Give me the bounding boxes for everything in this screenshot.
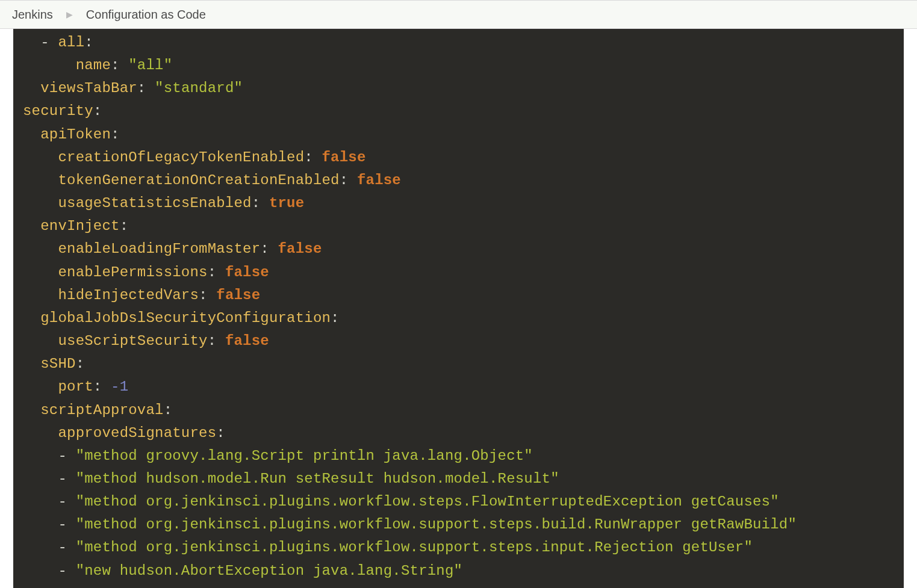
yaml-string: "method org.jenkinsci.plugins.workflow.s… xyxy=(76,494,779,510)
yaml-key: security xyxy=(23,103,93,119)
yaml-key: apiToken xyxy=(40,126,111,143)
yaml-key: globalJobDslSecurityConfiguration xyxy=(40,310,331,326)
yaml-string: "all" xyxy=(128,57,172,73)
yaml-key: creationOfLegacyTokenEnabled xyxy=(58,149,304,166)
yaml-bool: false xyxy=(357,172,401,188)
yaml-bool: false xyxy=(322,149,366,166)
yaml-bool: false xyxy=(278,241,322,257)
yaml-key: enableLoadingFromMaster xyxy=(58,241,260,257)
breadcrumb-item-jenkins[interactable]: Jenkins xyxy=(12,8,53,22)
yaml-bool: true xyxy=(269,195,304,211)
yaml-key: useScriptSecurity xyxy=(58,333,207,349)
yaml-number: -1 xyxy=(111,379,128,395)
yaml-bool: false xyxy=(225,264,269,280)
breadcrumb: Jenkins ▶ Configuration as Code xyxy=(0,0,917,29)
yaml-key: all xyxy=(58,34,84,51)
yaml-key: scriptApproval xyxy=(40,402,163,418)
yaml-string: "new hudson.AbortException java.lang.Str… xyxy=(76,563,463,579)
yaml-key: envInject xyxy=(40,218,119,234)
content-area: - all: name: "all" viewsTabBar: "standar… xyxy=(0,29,917,588)
yaml-code-block: - all: name: "all" viewsTabBar: "standar… xyxy=(13,29,904,588)
yaml-key: tokenGenerationOnCreationEnabled xyxy=(58,172,339,188)
yaml-key: sSHD xyxy=(40,356,75,372)
yaml-key: port xyxy=(58,379,93,395)
breadcrumb-item-casc[interactable]: Configuration as Code xyxy=(86,8,206,22)
yaml-string: "method hudson.model.Run setResult hudso… xyxy=(76,471,559,487)
yaml-string: "method groovy.lang.Script println java.… xyxy=(76,448,533,464)
yaml-key: usageStatisticsEnabled xyxy=(58,195,251,211)
yaml-string: "method org.jenkinsci.plugins.workflow.s… xyxy=(76,516,797,533)
yaml-key: enablePermissions xyxy=(58,264,207,280)
chevron-right-icon: ▶ xyxy=(66,10,73,19)
yaml-key: viewsTabBar xyxy=(40,80,137,96)
yaml-key: name xyxy=(76,57,111,73)
yaml-bool: false xyxy=(225,333,269,349)
yaml-string: "method org.jenkinsci.plugins.workflow.s… xyxy=(76,539,753,556)
yaml-key: hideInjectedVars xyxy=(58,287,199,303)
yaml-string: "standard" xyxy=(155,80,243,96)
yaml-bool: false xyxy=(216,287,260,303)
yaml-key: approvedSignatures xyxy=(58,425,216,441)
